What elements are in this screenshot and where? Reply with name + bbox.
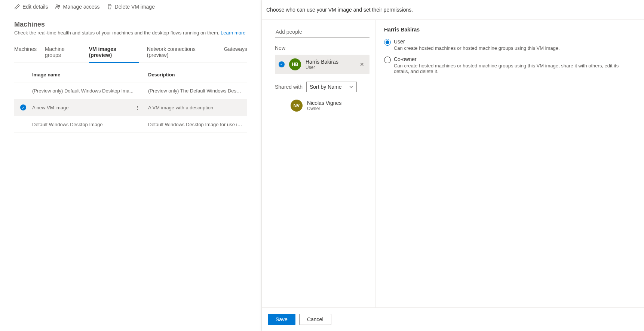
svg-point-0 <box>56 5 58 7</box>
person-name: Harris Bakiras <box>306 59 354 65</box>
tab-machine-groups[interactable]: Machine groups <box>45 42 81 63</box>
col-description[interactable]: Description <box>148 72 247 78</box>
row-name: (Preview only) Default Windows Desktop I… <box>32 88 135 94</box>
trash-icon <box>107 4 113 10</box>
person-name: Nicolas Vignes <box>307 100 366 106</box>
person-row[interactable]: NVNicolas VignesOwner <box>275 96 369 115</box>
more-icon[interactable]: ⋮ <box>135 105 140 110</box>
manage-access-panel: Choose who can use your VM image and set… <box>262 0 644 331</box>
tab-network-connections-preview-[interactable]: Network connections (preview) <box>147 42 216 63</box>
row-description: A VM image with a description <box>148 105 247 110</box>
radio-label: User <box>394 39 560 45</box>
selected-person-title: Harris Bakiras <box>384 27 633 33</box>
tabs: MachinesMachine groupsVM images (preview… <box>14 42 247 63</box>
tab-machines[interactable]: Machines <box>14 42 37 63</box>
check-icon: ✓ <box>20 104 26 110</box>
pencil-icon <box>14 4 20 10</box>
learn-more-link[interactable]: Learn more <box>221 30 245 36</box>
delete-vm-button[interactable]: Delete VM image <box>107 4 155 10</box>
delete-vm-label: Delete VM image <box>115 4 155 10</box>
radio-icon <box>384 57 391 63</box>
col-image-name[interactable]: Image name <box>32 72 148 78</box>
svg-point-1 <box>59 5 60 7</box>
table-header: Image name Description <box>14 67 247 82</box>
panel-header: Choose who can use your VM image and set… <box>262 0 644 20</box>
shared-with-label: Shared with <box>275 84 303 90</box>
table-row[interactable]: (Preview only) Default Windows Desktop I… <box>14 82 247 99</box>
radio-label: Co-owner <box>394 56 633 62</box>
row-description: Default Windows Desktop Image for use in… <box>148 122 247 127</box>
row-name: A new VM image <box>32 105 135 110</box>
radio-description: Can create hosted machines or hosted mac… <box>394 45 560 51</box>
people-icon <box>55 4 61 10</box>
radio-option-user[interactable]: UserCan create hosted machines or hosted… <box>384 39 633 51</box>
table-row[interactable]: ✓A new VM image⋮A VM image with a descri… <box>14 99 247 116</box>
add-people-input[interactable] <box>275 27 369 37</box>
person-role: User <box>306 65 354 70</box>
radio-icon <box>384 39 391 46</box>
table-row[interactable]: Default Windows Desktop ImageDefault Win… <box>14 116 247 133</box>
edit-details-label: Edit details <box>22 4 48 10</box>
close-icon[interactable]: ✕ <box>358 60 366 69</box>
edit-details-button[interactable]: Edit details <box>14 4 48 10</box>
manage-access-button[interactable]: Manage access <box>55 4 99 10</box>
cancel-button[interactable]: Cancel <box>299 314 331 325</box>
radio-description: Can create hosted machines or hosted mac… <box>394 63 633 74</box>
manage-access-label: Manage access <box>63 4 99 10</box>
check-icon: ✓ <box>279 61 285 67</box>
sort-select[interactable]: Sort by Name <box>306 82 357 92</box>
row-description: (Preview only) The Default Windows Deskt… <box>148 88 247 94</box>
person-row[interactable]: ✓HBHarris BakirasUser✕ <box>275 55 369 74</box>
avatar: HB <box>289 58 301 70</box>
new-section-label: New <box>275 45 369 51</box>
radio-option-co-owner[interactable]: Co-ownerCan create hosted machines or ho… <box>384 56 633 74</box>
command-bar: Edit details Manage access Delete VM ima… <box>0 0 261 14</box>
page-subtitle: Check the real-time health and status of… <box>14 30 247 36</box>
tab-vm-images-preview-[interactable]: VM images (preview) <box>89 42 139 63</box>
tab-gateways[interactable]: Gateways <box>224 42 247 63</box>
person-role: Owner <box>307 106 366 111</box>
page-title: Machines <box>14 21 247 28</box>
save-button[interactable]: Save <box>268 314 295 325</box>
avatar: NV <box>291 100 303 112</box>
row-name: Default Windows Desktop Image <box>32 122 135 127</box>
chevron-down-icon <box>349 85 353 89</box>
